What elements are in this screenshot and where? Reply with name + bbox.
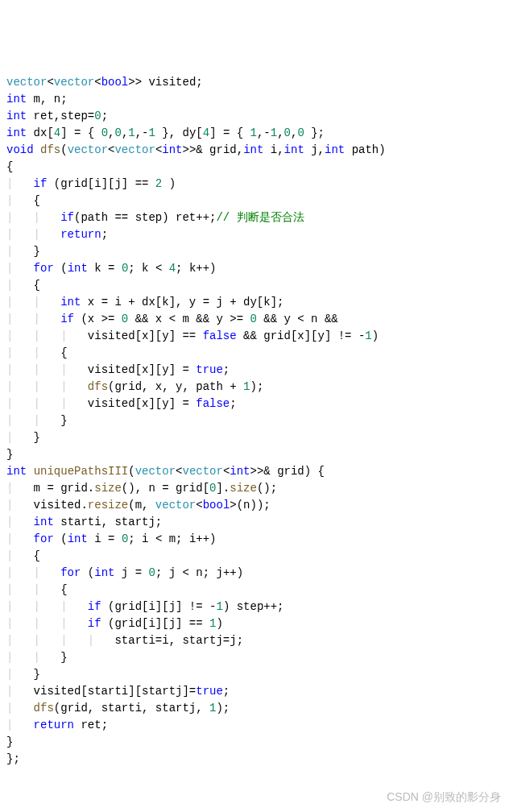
code-token: i, [263,143,283,156]
code-token: ( [128,465,134,478]
indent-guide: | [6,177,34,190]
code-token: for [60,566,81,579]
indent-guide: | [6,668,34,681]
code-token: (path == step) ret++; [74,211,216,224]
code-token: vector [114,143,155,156]
code-token: if [34,177,48,190]
indent-guide: | [6,499,34,512]
code-token: dx[ [27,126,54,139]
code-token: 1 [149,126,155,139]
code-token: path) [345,143,385,156]
code-token: ]. [216,482,230,495]
indent-guide: | | | [6,380,88,393]
code-token: bool [101,76,129,89]
code-token: ) [372,329,379,342]
code-token: (grid, starti, startj, [54,702,209,715]
code-token: 0 [94,110,101,122]
code-token: bool [203,499,230,512]
code-token: int [68,532,88,545]
code-token: vector [182,465,222,478]
code-token: ] = { [209,126,250,139]
indent-guide: | | [6,313,60,325]
code-token: ( [81,566,94,579]
code-token: int [94,566,114,579]
indent-guide: | [6,532,34,545]
code-token: k = [88,262,122,275]
indent-guide: | [6,685,34,698]
code-token: vector [54,76,94,89]
indent-guide: | | | [6,363,88,376]
code-token: for [34,262,54,275]
code-token: int [6,110,27,122]
code-token: >>& grid) { [250,465,325,478]
indent-guide: | | | [6,397,88,410]
code-token: ( [54,532,68,545]
code-token: true [196,363,223,376]
code-token [34,143,40,156]
indent-guide: | | [6,296,60,309]
code-token: visited[starti][startj]= [34,685,197,698]
code-token: vector [68,143,108,156]
code-token: int [34,516,54,528]
code-token: ; k < [128,262,168,275]
code-token: visited[x][y] == [88,329,203,342]
code-token: 4 [169,262,176,275]
code-token: return [60,228,101,241]
code-token: && x < m && y >= [128,313,250,325]
code-token: }; [304,126,325,139]
code-token: int [6,465,27,478]
code-token: < [94,76,101,89]
code-token: 1 [250,126,257,139]
code-token: false [196,397,230,410]
code-token: } [34,431,40,444]
code-token: }, dy[ [155,126,203,139]
code-token: (), n = grid[ [122,482,209,495]
code-token: ) [216,617,222,630]
code-token: }; [6,752,20,765]
code-token: ] = { [60,126,101,139]
code-token: 2 [155,177,162,190]
code-token: ; j < n; j++) [155,566,243,579]
code-token: ; [101,110,108,122]
indent-guide: | [6,431,34,444]
code-token: 1 [365,329,371,342]
code-token: m, n; [27,93,67,106]
code-token: ,- [257,126,271,139]
code-token: && y < n && [257,313,338,325]
code-token: (x >= [74,313,122,325]
code-token: } [60,651,67,664]
code-token: return [34,719,74,731]
code-token: , [277,126,283,139]
code-token: int [230,465,250,478]
indent-guide: | [6,702,34,715]
code-token: visited. [34,499,88,512]
code-token: dfs [34,702,54,715]
code-token: (grid[i][j] != - [101,600,217,613]
code-token: { [34,549,40,562]
code-token: starti, startj; [54,516,162,528]
code-token: int [6,126,27,139]
code-token: } [6,735,13,748]
code-token: int [325,143,345,156]
code-token: m = grid. [34,482,95,495]
code-token: ; [223,685,230,698]
code-token: size [94,482,122,495]
code-token: ); [216,702,230,715]
watermark: CSDN @别致的影分身 [387,789,501,806]
code-comment: // 判断是否合法 [216,211,304,224]
indent-guide: | [6,719,34,731]
code-token: vector [6,76,47,89]
code-token: x = i + dx[k], y = j + dy[k]; [81,296,283,309]
code-token: int [243,143,263,156]
indent-guide: | | | [6,329,88,342]
code-token: ret; [74,719,108,731]
code-token: >>& grid, [183,143,244,156]
code-token: uniquePathsIII [34,465,129,478]
code-token: 1 [271,126,277,139]
code-token: j, [304,143,325,156]
code-token: >(n)); [230,499,270,512]
code-token: visited[x][y] = [88,397,196,410]
code-token: ; [230,397,236,410]
indent-guide: | | [6,583,60,596]
code-token: 0 [122,313,128,325]
